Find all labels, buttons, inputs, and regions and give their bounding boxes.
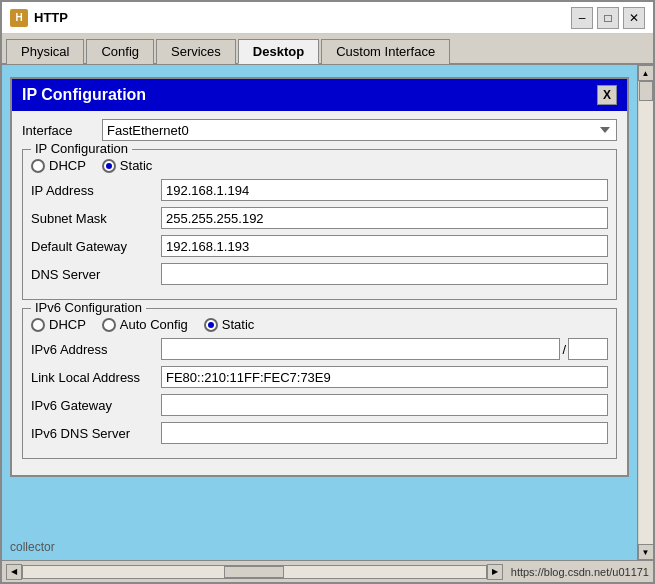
- ipv6-dns-input[interactable]: [161, 422, 608, 444]
- status-url: https://blog.csdn.net/u011: [503, 566, 637, 578]
- window-title: HTTP: [34, 10, 68, 25]
- ip-address-input[interactable]: [161, 179, 608, 201]
- ipv4-section-label: IP Configuration: [31, 141, 132, 156]
- h-scroll-thumb[interactable]: [224, 566, 284, 578]
- dialog-close-button[interactable]: X: [597, 85, 617, 105]
- dialog-body: Interface FastEthernet0 IP Configuration: [12, 111, 627, 475]
- ipv6-static-option[interactable]: Static: [204, 317, 255, 332]
- scroll-left-button[interactable]: ◀: [6, 564, 22, 580]
- ipv6-auto-radio[interactable]: [102, 318, 116, 332]
- subnet-mask-label: Subnet Mask: [31, 211, 161, 226]
- tab-config[interactable]: Config: [86, 39, 154, 64]
- ipv6-auto-label: Auto Config: [120, 317, 188, 332]
- ipv6-address-label: IPv6 Address: [31, 342, 161, 357]
- ip-config-dialog: IP Configuration X Interface FastEtherne…: [10, 77, 629, 477]
- ipv6-dhcp-label: DHCP: [49, 317, 86, 332]
- ipv6-dhcp-option[interactable]: DHCP: [31, 317, 86, 332]
- dns-server-label: DNS Server: [31, 267, 161, 282]
- scroll-down-button[interactable]: ▼: [638, 544, 654, 560]
- interface-label: Interface: [22, 123, 102, 138]
- interface-row: Interface FastEthernet0: [22, 119, 617, 141]
- dns-server-input[interactable]: [161, 263, 608, 285]
- scroll-track: [639, 81, 653, 544]
- link-local-label: Link Local Address: [31, 370, 161, 385]
- dialog-title-bar: IP Configuration X: [12, 79, 627, 111]
- tab-physical[interactable]: Physical: [6, 39, 84, 64]
- vertical-scrollbar: ▲ ▼: [637, 65, 653, 560]
- content-area: collector IP Configuration X Interface F…: [2, 65, 637, 560]
- title-controls: – □ ✕: [571, 7, 645, 29]
- ipv6-mode-row: DHCP Auto Config Static: [31, 317, 608, 332]
- dns-server-row: DNS Server: [31, 263, 608, 285]
- ipv6-address-input[interactable]: [161, 338, 560, 360]
- app-icon: H: [10, 9, 28, 27]
- static-label: Static: [120, 158, 153, 173]
- dhcp-option[interactable]: DHCP: [31, 158, 86, 173]
- scroll-right-button[interactable]: ▶: [487, 564, 503, 580]
- ipv6-auto-option[interactable]: Auto Config: [102, 317, 188, 332]
- scroll-up-button[interactable]: ▲: [638, 65, 654, 81]
- status-right: 71: [637, 566, 649, 578]
- tab-custom-interface[interactable]: Custom Interface: [321, 39, 450, 64]
- tab-desktop[interactable]: Desktop: [238, 39, 319, 64]
- minimize-button[interactable]: –: [571, 7, 593, 29]
- ipv6-prefix-input[interactable]: [568, 338, 608, 360]
- ipv6-gateway-row: IPv6 Gateway: [31, 394, 608, 416]
- ipv6-gateway-input[interactable]: [161, 394, 608, 416]
- ipv6-section-label: IPv6 Configuration: [31, 300, 146, 315]
- link-local-row: Link Local Address: [31, 366, 608, 388]
- ipv6-address-row: IPv6 Address /: [31, 338, 608, 360]
- dialog-title-text: IP Configuration: [22, 86, 146, 104]
- subnet-mask-input[interactable]: [161, 207, 608, 229]
- ipv6-gateway-label: IPv6 Gateway: [31, 398, 161, 413]
- ipv6-dhcp-radio[interactable]: [31, 318, 45, 332]
- static-option[interactable]: Static: [102, 158, 153, 173]
- tab-services[interactable]: Services: [156, 39, 236, 64]
- ipv6-static-label: Static: [222, 317, 255, 332]
- main-content: collector IP Configuration X Interface F…: [2, 65, 653, 560]
- static-radio[interactable]: [102, 159, 116, 173]
- ip-mode-row: DHCP Static: [31, 158, 608, 173]
- ipv6-dns-label: IPv6 DNS Server: [31, 426, 161, 441]
- subnet-mask-row: Subnet Mask: [31, 207, 608, 229]
- default-gateway-input[interactable]: [161, 235, 608, 257]
- scroll-thumb[interactable]: [639, 81, 653, 101]
- dhcp-radio[interactable]: [31, 159, 45, 173]
- title-bar-left: H HTTP: [10, 9, 68, 27]
- ip-address-label: IP Address: [31, 183, 161, 198]
- dhcp-label: DHCP: [49, 158, 86, 173]
- close-window-button[interactable]: ✕: [623, 7, 645, 29]
- bottom-bar: ◀ ▶ https://blog.csdn.net/u011 71: [2, 560, 653, 582]
- ip-address-row: IP Address: [31, 179, 608, 201]
- ipv6-static-radio[interactable]: [204, 318, 218, 332]
- tab-bar: Physical Config Services Desktop Custom …: [2, 34, 653, 65]
- ipv6-slash: /: [560, 342, 568, 357]
- main-window: H HTTP – □ ✕ Physical Config Services De…: [0, 0, 655, 584]
- bg-collector-label: collector: [10, 540, 55, 554]
- maximize-button[interactable]: □: [597, 7, 619, 29]
- ipv6-dns-row: IPv6 DNS Server: [31, 422, 608, 444]
- ipv4-section: IP Configuration DHCP Static: [22, 149, 617, 300]
- title-bar: H HTTP – □ ✕: [2, 2, 653, 34]
- interface-select[interactable]: FastEthernet0: [102, 119, 617, 141]
- default-gateway-row: Default Gateway: [31, 235, 608, 257]
- h-scroll-track: [22, 565, 487, 579]
- ipv6-section: IPv6 Configuration DHCP Auto Config: [22, 308, 617, 459]
- link-local-input[interactable]: [161, 366, 608, 388]
- default-gateway-label: Default Gateway: [31, 239, 161, 254]
